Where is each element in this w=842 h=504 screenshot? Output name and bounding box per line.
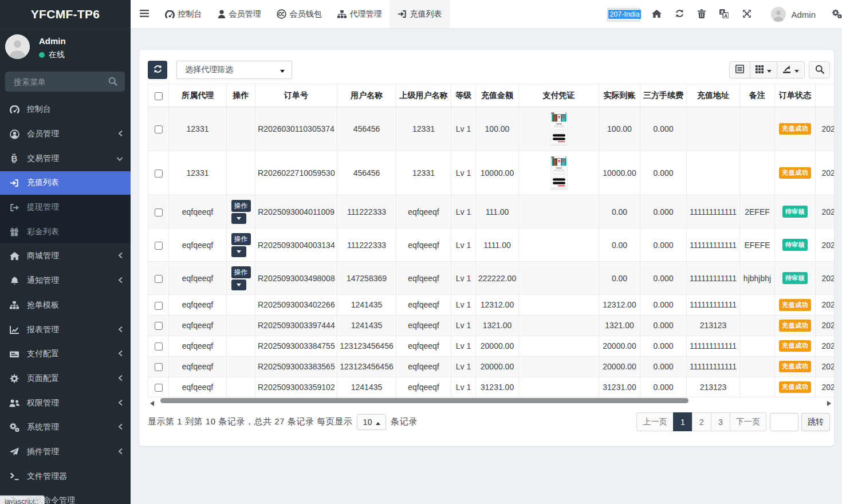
scroll-right-arrow-icon[interactable]: [827, 399, 831, 408]
tab-会员钱包[interactable]: 会员钱包: [269, 0, 329, 28]
sidebar-item-通知管理[interactable]: 通知管理: [0, 269, 131, 293]
sidebar-item-充值列表[interactable]: 充值列表: [0, 171, 131, 195]
cell-agent: eqfqeeqf: [169, 336, 227, 356]
table-scroll-container[interactable]: 所属代理操作订单号用户名称上级用户名称等级充值金额支付凭证实际到账三方手续费充值…: [148, 84, 834, 398]
sidebar-item-提现管理[interactable]: 提现管理: [0, 196, 131, 219]
toggle-view-button[interactable]: [729, 61, 750, 78]
row-checkbox[interactable]: [155, 170, 163, 178]
cell-level: Lv 1: [451, 336, 476, 356]
sidebar-toggle-button[interactable]: [131, 0, 157, 28]
horizontal-scrollbar[interactable]: [148, 397, 834, 405]
tab-会员管理[interactable]: 会员管理: [210, 0, 269, 28]
sidebar-search-input[interactable]: [5, 72, 125, 92]
cell-received-value: 10000.00: [603, 168, 636, 178]
navbar-username[interactable]: Admin: [791, 10, 816, 19]
export-button[interactable]: [777, 61, 805, 78]
cell-order-no-value: R2026022710059530: [258, 168, 335, 178]
page-size-dropdown[interactable]: 10: [357, 414, 386, 430]
row-checkbox[interactable]: [155, 322, 163, 330]
prev-page-button[interactable]: 上一页: [636, 412, 673, 431]
money-check-icon: [8, 351, 21, 358]
bell-icon: [8, 276, 21, 285]
row-action-dropdown-toggle[interactable]: [231, 213, 246, 224]
row-checkbox[interactable]: [155, 125, 163, 133]
cell-remark-value: 2EFEF: [745, 207, 770, 216]
sidebar-item-label: 商城管理: [27, 251, 59, 261]
sidebar-item-抢单模板[interactable]: 抢单模板: [0, 294, 131, 317]
sidebar-item-label: 在线命令管理: [27, 495, 75, 504]
row-checkbox[interactable]: [155, 242, 163, 250]
row-action-dropdown-toggle[interactable]: [231, 279, 246, 290]
payment-proof-thumbnail[interactable]: [550, 156, 568, 190]
cell-agent: eqfqeeqf: [169, 262, 227, 295]
cell-address: 111111111111: [687, 262, 740, 295]
cell-amount-value: 12312.00: [481, 300, 514, 309]
sidebar-item-报表管理[interactable]: 报表管理: [0, 318, 131, 341]
refresh-table-button[interactable]: [148, 61, 167, 79]
user-name[interactable]: Admin: [39, 36, 66, 46]
cell-status: 充值成功: [775, 107, 816, 151]
sidebar-item-商城管理[interactable]: 商城管理: [0, 245, 131, 268]
quick-search-input[interactable]: 207-India: [607, 8, 640, 21]
sidebar-item-控制台[interactable]: 控制台: [0, 98, 131, 121]
payment-proof-thumbnail[interactable]: [550, 112, 568, 146]
row-checkbox[interactable]: [155, 384, 163, 392]
search-toggle-button[interactable]: [809, 61, 830, 78]
home-button[interactable]: [645, 10, 668, 19]
brand-logo[interactable]: YFCMF-TP6: [0, 0, 131, 29]
cell-status: 待审核: [775, 195, 816, 229]
jump-button[interactable]: 跳转: [801, 413, 830, 431]
select-all-checkbox[interactable]: [155, 92, 163, 100]
fullscreen-button[interactable]: [735, 9, 758, 20]
navbar-avatar[interactable]: [771, 7, 786, 22]
row-checkbox[interactable]: [155, 363, 163, 371]
sidebar-item-权限管理[interactable]: 权限管理: [0, 391, 131, 415]
row-checkbox[interactable]: [155, 208, 163, 216]
page-button-2[interactable]: 2: [692, 412, 711, 431]
row-checkbox[interactable]: [155, 342, 163, 351]
row-checkbox[interactable]: [155, 302, 163, 310]
sidebar-item-会员管理[interactable]: 会员管理: [0, 123, 131, 146]
status-badge: 待审核: [782, 206, 808, 218]
columns-button[interactable]: [750, 61, 777, 78]
settings-button[interactable]: [816, 9, 842, 20]
cell-parent-user: 12331: [396, 107, 451, 151]
translate-button[interactable]: [713, 9, 735, 20]
page-button-1[interactable]: 1: [673, 412, 692, 431]
tab-label: 充值列表: [410, 9, 442, 19]
column-header-支付凭证: 支付凭证: [519, 84, 599, 107]
sidebar-item-页面配置[interactable]: 页面配置: [0, 367, 131, 391]
refresh-button[interactable]: [668, 9, 691, 19]
sidebar-item-支付配置[interactable]: 支付配置: [0, 342, 131, 366]
card-view-icon: [735, 65, 744, 75]
search-icon[interactable]: [108, 77, 117, 88]
next-page-button[interactable]: 下一页: [730, 412, 766, 431]
sidebar-item-文件管理器[interactable]: 文件管理器: [0, 464, 131, 488]
agent-filter-select[interactable]: 选择代理筛选: [176, 61, 292, 79]
cell-created: 2025-09-30 03:38:35: [816, 356, 835, 377]
cell-address: 111111111111: [687, 336, 740, 356]
sidebar-item-系统管理[interactable]: 系统管理: [0, 416, 131, 439]
tab-代理管理[interactable]: 代理管理: [329, 0, 389, 28]
row-action-button[interactable]: 操作: [231, 266, 251, 278]
cell-user-name-value: 123123456456: [340, 362, 393, 371]
jump-page-input[interactable]: [770, 413, 798, 431]
sidebar-item-在线命令管理[interactable]: 在线命令管理: [0, 489, 131, 504]
sidebar-item-交易管理[interactable]: B交易管理: [0, 147, 131, 170]
cell-fee-value: 0.000: [653, 300, 673, 309]
sidebar-item-插件管理[interactable]: 插件管理: [0, 440, 131, 464]
avatar[interactable]: [5, 34, 30, 59]
row-action-dropdown-toggle[interactable]: [231, 246, 246, 257]
sidebar-item-彩金列表[interactable]: 彩金列表: [0, 220, 131, 243]
scrollbar-thumb[interactable]: [160, 398, 688, 403]
row-action-button[interactable]: 操作: [231, 200, 251, 212]
row-action-button[interactable]: 操作: [231, 233, 251, 245]
page-button-3[interactable]: 3: [711, 412, 730, 431]
scroll-left-arrow-icon[interactable]: [150, 399, 154, 408]
cell-order-no: R2025093003359102: [255, 377, 337, 397]
tab-控制台[interactable]: 控制台: [157, 0, 210, 28]
status-badge: 充值成功: [779, 123, 811, 135]
tab-充值列表[interactable]: 充值列表: [389, 0, 450, 28]
clear-cache-button[interactable]: [691, 9, 713, 20]
row-checkbox[interactable]: [155, 275, 163, 283]
